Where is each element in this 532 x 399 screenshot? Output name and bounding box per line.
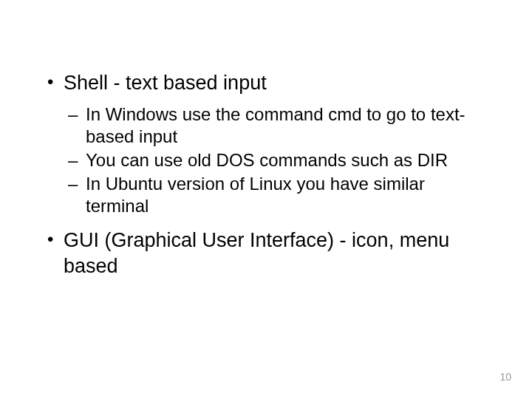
- sub-bullet-text: In Windows use the command cmd to go to …: [86, 104, 466, 146]
- bullet-item: Shell - text based input In Windows use …: [44, 70, 488, 217]
- sub-bullet-list: In Windows use the command cmd to go to …: [64, 103, 488, 217]
- bullet-item: GUI (Graphical User Interface) - icon, m…: [44, 228, 488, 279]
- slide-content: Shell - text based input In Windows use …: [0, 0, 532, 279]
- sub-bullet-item: In Ubuntu version of Linux you have simi…: [64, 173, 488, 217]
- sub-bullet-text: In Ubuntu version of Linux you have simi…: [86, 174, 425, 216]
- sub-bullet-item: You can use old DOS commands such as DIR: [64, 149, 488, 171]
- sub-bullet-text: You can use old DOS commands such as DIR: [86, 150, 448, 170]
- bullet-text: GUI (Graphical User Interface) - icon, m…: [64, 229, 449, 277]
- bullet-list: Shell - text based input In Windows use …: [44, 70, 488, 279]
- page-number: 10: [499, 371, 511, 383]
- sub-bullet-item: In Windows use the command cmd to go to …: [64, 103, 488, 148]
- bullet-text: Shell - text based input: [64, 72, 267, 94]
